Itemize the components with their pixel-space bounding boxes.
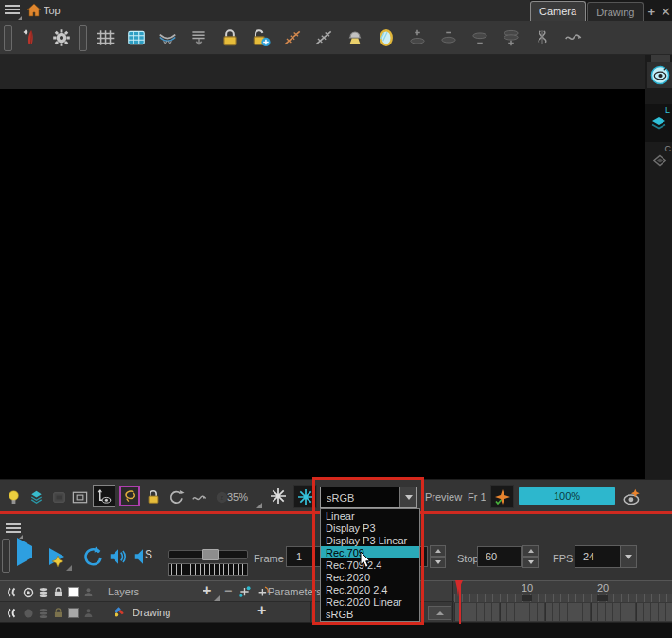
- volume-slider[interactable]: [168, 550, 248, 559]
- light-bulb-icon[interactable]: [4, 487, 23, 506]
- disc-add-top-icon[interactable]: [401, 24, 433, 52]
- row-add-button[interactable]: +: [257, 602, 266, 619]
- mirror-view-icon[interactable]: [370, 24, 401, 52]
- fps-select[interactable]: 24: [575, 545, 637, 568]
- dropdown-option[interactable]: Display P3 Linear: [321, 534, 419, 546]
- thread-gray-icon[interactable]: [308, 24, 339, 52]
- sound-button[interactable]: [108, 546, 129, 569]
- render-view-mode-icon[interactable]: [293, 485, 317, 508]
- frame-cells[interactable]: [454, 603, 672, 621]
- settings-gear-icon[interactable]: [45, 24, 77, 52]
- dropdown-option[interactable]: Rec.2020: [321, 572, 419, 584]
- add-peg-button[interactable]: [238, 584, 252, 598]
- safe-area-icon[interactable]: [70, 487, 89, 506]
- playhead-line[interactable]: [459, 582, 461, 624]
- dropdown-option[interactable]: sRGB: [321, 609, 419, 621]
- layer-color-swatch[interactable]: [66, 606, 80, 620]
- dropdown-option[interactable]: Linear: [321, 509, 419, 522]
- reset-rotation-icon[interactable]: [189, 487, 208, 506]
- tab-drawing[interactable]: Drawing: [587, 2, 644, 21]
- deform-wave-icon[interactable]: [557, 24, 589, 52]
- show-all-icon[interactable]: [21, 585, 35, 599]
- lock-view-icon[interactable]: [144, 487, 163, 506]
- add-layer-menu-corner[interactable]: [214, 595, 220, 601]
- layer-stack-icon[interactable]: [36, 606, 50, 620]
- view-side-panel: L C: [645, 55, 672, 479]
- lock-column-icon[interactable]: [51, 585, 65, 599]
- frame-indicator: Fr 1: [468, 491, 486, 503]
- jog-scrubber[interactable]: [168, 563, 248, 576]
- add-drawing-icon[interactable]: [14, 24, 45, 52]
- zoom-level[interactable]: 35%: [227, 491, 248, 503]
- grid-icon[interactable]: [89, 24, 120, 52]
- tab-camera[interactable]: Camera: [530, 1, 586, 21]
- outline-mode-icon[interactable]: [93, 485, 115, 507]
- zoom-menu-corner[interactable]: [256, 503, 262, 508]
- color-space-dropdown-arrow[interactable]: [399, 487, 416, 507]
- stop-frame-input[interactable]: 60: [477, 546, 522, 567]
- camera-mask-icon[interactable]: [120, 24, 151, 52]
- remove-layer-button[interactable]: −: [224, 583, 232, 598]
- dropdown-option[interactable]: Rec.709 2.4: [321, 558, 419, 571]
- frame-ruler[interactable]: [454, 594, 672, 602]
- disabled-square-icon[interactable]: [49, 487, 68, 506]
- render-and-play-button[interactable]: [45, 544, 70, 571]
- stop-label: Stop: [457, 553, 479, 564]
- lasso-select-icon[interactable]: [119, 486, 140, 506]
- home-icon[interactable]: [27, 3, 42, 20]
- playback-menu-icon[interactable]: [6, 523, 21, 535]
- play-button[interactable]: [17, 546, 32, 558]
- onion-skin-icon[interactable]: [27, 487, 45, 506]
- layer-name[interactable]: Drawing: [133, 607, 170, 618]
- color-space-select[interactable]: sRGB: [320, 487, 417, 508]
- playback-drag-handle[interactable]: [2, 539, 10, 573]
- discs-add-bottom-icon[interactable]: [495, 24, 526, 52]
- render-preview-eye-icon[interactable]: [621, 486, 644, 508]
- stop-stepper[interactable]: [522, 545, 539, 568]
- dropdown-option[interactable]: Rec.709: [321, 546, 419, 558]
- reset-view-icon[interactable]: [167, 487, 186, 506]
- add-view-button[interactable]: +: [645, 2, 658, 21]
- camera-canvas[interactable]: [0, 89, 645, 479]
- layer-lock-icon[interactable]: [51, 606, 65, 620]
- send-to-back-icon[interactable]: [183, 24, 214, 52]
- render-star-button[interactable]: [490, 485, 514, 508]
- thread-orange-icon[interactable]: [276, 24, 308, 52]
- frame-stepper[interactable]: [430, 545, 446, 568]
- loop-button[interactable]: [81, 544, 104, 569]
- side-panel-handle[interactable]: [651, 55, 670, 62]
- fps-dropdown-arrow[interactable]: [620, 546, 636, 567]
- stack-order-icon[interactable]: [36, 585, 50, 599]
- color-swatch-toggle[interactable]: [66, 585, 80, 599]
- timeline-scroll-up-button[interactable]: [428, 606, 451, 620]
- harmony-window: Top Camera Drawing + ✕: [0, 0, 672, 638]
- add-layer-button[interactable]: +: [203, 582, 211, 599]
- light-table-icon[interactable]: [339, 24, 370, 52]
- toolbar-drag-handle[interactable]: [4, 25, 12, 51]
- layer-data-view-icon[interactable]: [5, 606, 19, 620]
- sound-scrubbing-button[interactable]: S: [133, 546, 153, 569]
- volume-slider-handle[interactable]: [202, 549, 219, 560]
- puppet-column-icon[interactable]: [81, 585, 96, 599]
- unlock-add-icon[interactable]: [245, 24, 276, 52]
- deform-curve-icon[interactable]: [151, 24, 183, 52]
- dropdown-option[interactable]: Display P3: [321, 522, 419, 534]
- frame-label: Frame: [254, 553, 284, 564]
- data-view-toggle-icon[interactable]: [5, 585, 19, 599]
- layers-toggle-icon[interactable]: L: [645, 104, 672, 142]
- layer-show-icon[interactable]: [21, 606, 35, 620]
- camera-view-eye-icon[interactable]: [647, 62, 672, 88]
- dropdown-option[interactable]: Rec.2020 Linear: [321, 596, 419, 609]
- view-menu-icon[interactable]: [5, 5, 20, 16]
- column-divider: [452, 602, 453, 622]
- deform-s-icon[interactable]: [526, 24, 557, 52]
- disc-remove-bottom-icon[interactable]: [464, 24, 495, 52]
- dropdown-option[interactable]: Rec.2020 2.4: [321, 584, 419, 596]
- disc-remove-top-icon[interactable]: [433, 24, 464, 52]
- render-settings-icon[interactable]: [269, 487, 288, 505]
- layer-puppet-icon[interactable]: [81, 606, 96, 620]
- lock-icon[interactable]: [214, 24, 245, 52]
- color-card-icon[interactable]: C: [647, 148, 672, 173]
- close-view-button[interactable]: ✕: [658, 2, 672, 21]
- toolbar-drag-handle[interactable]: [79, 25, 87, 51]
